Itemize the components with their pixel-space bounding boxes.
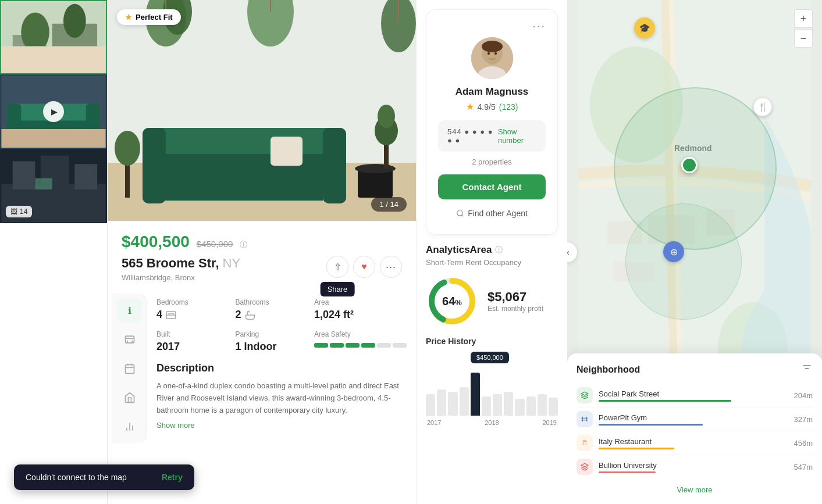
restaurant-icon bbox=[577, 435, 593, 451]
address-state: NY bbox=[223, 256, 241, 271]
gym-distance: 327m bbox=[793, 415, 813, 424]
analytics-info-icon: ⓘ bbox=[495, 245, 503, 255]
svg-point-39 bbox=[115, 131, 140, 166]
svg-point-59 bbox=[486, 56, 498, 65]
university-distance: 547m bbox=[793, 463, 813, 471]
bar-3 bbox=[448, 392, 457, 416]
photo-count-badge: 🖼 3 14 bbox=[6, 206, 32, 217]
bathrooms-value: 2 bbox=[236, 309, 241, 321]
svg-point-57 bbox=[487, 52, 490, 55]
address-main: 565 Broome Str, bbox=[122, 256, 219, 271]
thumbnails-panel: ▶ 🖼 3 14 bbox=[0, 0, 108, 504]
safety-detail: Area Safety bbox=[314, 330, 407, 353]
map-marker-fork[interactable]: 🍴 bbox=[753, 98, 772, 116]
profit-label: Est. monthly profit bbox=[487, 305, 543, 313]
svg-point-34 bbox=[355, 164, 396, 173]
agent-panel: ··· bbox=[416, 0, 567, 504]
parking-value: 1 Indoor bbox=[236, 341, 277, 352]
bar-12 bbox=[549, 398, 558, 416]
svg-rect-16 bbox=[74, 164, 97, 190]
bar-4 bbox=[460, 387, 469, 416]
bar-7 bbox=[493, 394, 502, 416]
thumbnail-3[interactable]: 🖼 3 14 bbox=[0, 149, 107, 223]
svg-point-37 bbox=[378, 105, 395, 128]
map-marker-center[interactable] bbox=[681, 157, 698, 173]
agent-rating: 4.9/5 bbox=[478, 102, 496, 112]
map-marker-navigation[interactable]: ⊕ bbox=[663, 241, 684, 262]
star-icon: ★ bbox=[125, 13, 132, 22]
chart-label-2019: 2019 bbox=[543, 419, 557, 426]
agent-more-button[interactable]: ··· bbox=[532, 19, 546, 33]
bedrooms-detail: Bedrooms 4 bbox=[156, 298, 231, 321]
more-options-button[interactable]: ··· bbox=[380, 256, 402, 278]
svg-point-58 bbox=[494, 52, 497, 55]
svg-rect-5 bbox=[1, 47, 105, 74]
nav-item-stats[interactable] bbox=[118, 414, 142, 439]
nav-item-home[interactable] bbox=[118, 385, 142, 410]
svg-rect-45 bbox=[125, 364, 134, 373]
occupancy-percent: 64% bbox=[442, 295, 462, 308]
map-panel: Redmond 🎓 🍴 ⊕ + − « N bbox=[567, 0, 822, 504]
bathrooms-detail: Bathrooms 2 bbox=[236, 298, 310, 321]
agent-properties: 2 properties bbox=[438, 158, 546, 166]
park-distance: 204m bbox=[793, 391, 813, 400]
agent-phone-box: 544 ● ● ● ● ● ● Show number bbox=[438, 120, 546, 152]
nav-item-info[interactable]: ℹ bbox=[118, 298, 142, 323]
contact-agent-button[interactable]: Contact Agent bbox=[438, 174, 546, 199]
description-section: Description A one-of-a-kind duplex condo… bbox=[156, 362, 407, 430]
profit-info: $5,067 Est. monthly profit bbox=[487, 289, 543, 313]
analytics-section: AnalyticsArea ⓘ Short-Term Rent Occupanc… bbox=[426, 244, 558, 426]
bar-1 bbox=[426, 394, 435, 416]
svg-point-60 bbox=[457, 210, 462, 216]
svg-rect-30 bbox=[323, 128, 346, 203]
bar-9 bbox=[515, 399, 524, 416]
zoom-in-button[interactable]: + bbox=[794, 9, 813, 28]
share-tooltip: Share bbox=[321, 282, 355, 296]
nav-item-transit[interactable] bbox=[118, 327, 142, 352]
svg-point-4 bbox=[63, 4, 86, 38]
show-more-link[interactable]: Show more bbox=[156, 421, 195, 430]
park-name: Social Park Street bbox=[599, 389, 788, 398]
side-nav: ℹ bbox=[112, 294, 147, 444]
map-marker-school[interactable]: 🎓 bbox=[634, 17, 655, 38]
favorite-button[interactable]: ♥ bbox=[353, 256, 375, 278]
neighborhood-title: Neighborhood bbox=[577, 364, 640, 375]
area-value: 1,024 ft² bbox=[314, 309, 354, 320]
svg-line-61 bbox=[462, 215, 464, 217]
view-more-link[interactable]: View more bbox=[677, 485, 712, 494]
bar-6 bbox=[482, 396, 491, 416]
monthly-profit: $5,067 bbox=[487, 289, 543, 305]
neighborhood-item-park: Social Park Street 204m bbox=[577, 384, 813, 408]
show-number-link[interactable]: Show number bbox=[498, 127, 536, 145]
play-button[interactable]: ▶ bbox=[43, 101, 64, 122]
nav-item-calendar[interactable] bbox=[118, 356, 142, 381]
current-price: $400,500 bbox=[122, 233, 190, 251]
university-name: Bullion University bbox=[599, 461, 788, 470]
perfect-fit-badge: ★ Perfect Fit bbox=[117, 9, 181, 25]
chart-label-2017: 2017 bbox=[427, 419, 441, 426]
svg-rect-14 bbox=[13, 161, 35, 189]
map-radius-circle-2 bbox=[625, 203, 742, 320]
map-controls: + − bbox=[794, 9, 813, 48]
restaurant-name: Italy Restaurant bbox=[599, 437, 788, 446]
thumbnail-1[interactable] bbox=[0, 0, 107, 74]
share-button[interactable]: ⇧ bbox=[326, 256, 348, 278]
area-detail: Area 1,024 ft² bbox=[314, 298, 407, 321]
bar-5-highlight bbox=[471, 373, 480, 416]
property-main: ★ Perfect Fit 1 / 14 $400,500 $450,000 ⓘ… bbox=[108, 0, 416, 504]
thumbnail-2[interactable]: ▶ bbox=[0, 74, 107, 149]
neighborhood-panel: Neighborhood Social Park Street 204m bbox=[567, 353, 822, 504]
agent-reviews[interactable]: (123) bbox=[499, 102, 518, 112]
find-agent-button[interactable]: Find other Agent bbox=[438, 202, 546, 225]
retry-button[interactable]: Retry bbox=[162, 473, 183, 482]
neighborhood-filter-icon[interactable] bbox=[801, 363, 813, 377]
parking-detail: Parking 1 Indoor bbox=[236, 330, 310, 353]
notification-text: Couldn't connect to the map bbox=[26, 473, 127, 482]
gym-name: PowerPit Gym bbox=[599, 413, 788, 422]
image-counter: 1 / 14 bbox=[371, 197, 407, 212]
bedrooms-value: 4 bbox=[156, 309, 162, 321]
restaurant-distance: 456m bbox=[793, 439, 813, 448]
zoom-out-button[interactable]: − bbox=[794, 29, 813, 48]
address-sub: Williamsbridge, Bronx bbox=[122, 273, 240, 282]
description-text: A one-of-a-kind duplex condo boasting a … bbox=[156, 380, 407, 416]
